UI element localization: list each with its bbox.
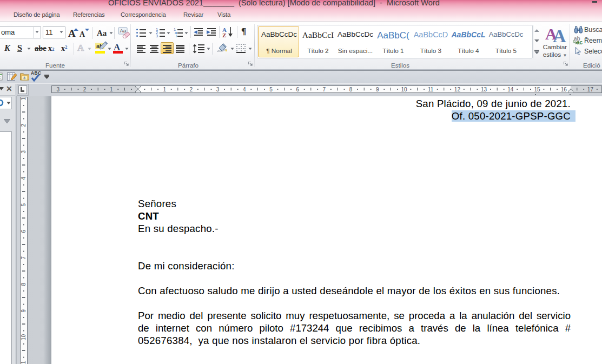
svg-text:1: 1 (163, 87, 166, 92)
svg-text:2: 2 (83, 87, 87, 92)
svg-text:Aa: Aa (120, 28, 126, 34)
svg-text:✳: ✳ (23, 76, 27, 81)
svg-text:8: 8 (21, 282, 27, 286)
svg-text:2: 2 (21, 123, 27, 127)
svg-text:11: 11 (21, 361, 27, 364)
svg-text:7: 7 (323, 87, 326, 92)
svg-text:8: 8 (349, 87, 353, 92)
svg-text:3: 3 (216, 87, 220, 92)
svg-text:15: 15 (534, 87, 540, 92)
svg-text:16: 16 (561, 87, 567, 92)
svg-text:11: 11 (428, 87, 434, 92)
svg-text:4: 4 (243, 87, 246, 92)
svg-text:7: 7 (21, 256, 27, 259)
svg-text:3: 3 (57, 87, 60, 92)
svg-text:13: 13 (481, 87, 487, 92)
svg-text:12: 12 (454, 87, 461, 92)
svg-text:5: 5 (21, 203, 27, 206)
svg-text:3: 3 (21, 150, 27, 153)
svg-text:1: 1 (21, 97, 27, 100)
svg-text:4: 4 (21, 176, 27, 180)
svg-text:6: 6 (21, 229, 27, 233)
svg-text:9: 9 (21, 309, 27, 312)
svg-text:10: 10 (21, 334, 27, 341)
svg-text:9: 9 (376, 87, 379, 92)
svg-text:1: 1 (110, 87, 113, 92)
svg-text:5: 5 (269, 87, 273, 92)
svg-text:14: 14 (507, 87, 514, 92)
svg-text:2: 2 (190, 87, 193, 92)
svg-text:10: 10 (401, 87, 407, 92)
svg-text:6: 6 (296, 87, 299, 92)
svg-text:17: 17 (587, 87, 594, 92)
